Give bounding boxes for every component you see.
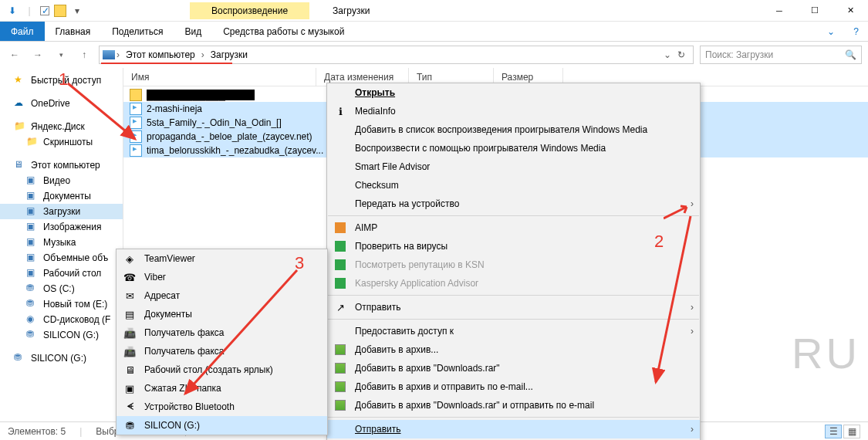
breadcrumb-downloads[interactable]: Загрузки bbox=[206, 49, 252, 60]
forward-button[interactable]: → bbox=[29, 46, 46, 63]
menu-item[interactable]: Воспроизвести с помощью проигрывателя Wi… bbox=[327, 139, 700, 157]
sidebar-item[interactable]: ⛃SILICON (G:) bbox=[0, 327, 123, 343]
blank-icon bbox=[333, 324, 347, 338]
drive-icon: ⛃ bbox=[123, 418, 137, 432]
sidebar-item[interactable]: 📁Скриншоты bbox=[0, 134, 123, 150]
menu-item[interactable]: Проверить на вирусы bbox=[327, 237, 700, 256]
sidebar-item-label: SILICON (G:) bbox=[43, 330, 99, 340]
rar-icon bbox=[333, 361, 347, 375]
tab-file[interactable]: Файл bbox=[0, 22, 45, 41]
minimize-button[interactable]: ─ bbox=[762, 0, 797, 22]
menu-item[interactable]: 📠Получатель факса bbox=[117, 342, 327, 360]
menu-item[interactable]: Добавить в архив и отправить по e-mail..… bbox=[327, 377, 700, 396]
menu-item[interactable]: 🖥Рабочий стол (создать ярлык) bbox=[117, 360, 327, 379]
up-button[interactable]: ↑ bbox=[76, 46, 93, 63]
drive-icon: ⛃ bbox=[14, 352, 26, 364]
sidebar-item[interactable]: ⛃SILICON (G:) bbox=[0, 350, 123, 366]
sidebar-item-label: OS (C:) bbox=[43, 283, 75, 294]
search-icon[interactable]: 🔍 bbox=[845, 49, 856, 60]
sidebar-item[interactable]: ⛃OS (C:) bbox=[0, 281, 123, 296]
close-button[interactable]: ✕ bbox=[833, 0, 868, 22]
sidebar-item[interactable]: ⛃Новый том (E:) bbox=[0, 296, 123, 312]
sidebar-item[interactable]: ▣Загрузки bbox=[0, 204, 123, 219]
menu-item[interactable]: Добавить в архив... bbox=[327, 340, 700, 359]
sidebar-item[interactable]: ▣Изображения bbox=[0, 219, 123, 235]
menu-item-label: Отправить bbox=[355, 424, 401, 435]
menu-item-label: Предоставить доступ к bbox=[355, 326, 454, 337]
folder-icon[interactable] bbox=[54, 5, 66, 17]
lib-icon: ▣ bbox=[26, 190, 39, 202]
sidebar-item[interactable]: ▣Документы bbox=[0, 188, 123, 204]
menu-item[interactable]: Добавить в архив "Downloads.rar" и отпра… bbox=[327, 396, 700, 415]
sidebar-item-label: Видео bbox=[43, 175, 70, 186]
submenu-arrow-icon: › bbox=[691, 302, 694, 313]
menu-item-label: Добавить в список воспроизведения проигр… bbox=[355, 124, 647, 135]
menu-item[interactable]: ℹMediaInfo bbox=[327, 102, 700, 120]
maximize-button[interactable]: ☐ bbox=[797, 0, 833, 22]
view-large-button[interactable]: ▦ bbox=[843, 425, 860, 438]
search-placeholder: Поиск: Загрузки bbox=[705, 49, 773, 60]
sidebar-item[interactable]: ★Быстрый доступ bbox=[0, 73, 123, 88]
menu-item[interactable]: ▤Документы bbox=[117, 305, 327, 323]
menu-item[interactable]: ᗛУстройство Bluetooth bbox=[117, 398, 327, 416]
menu-item[interactable]: ✉Адресат bbox=[117, 286, 327, 305]
menu-item[interactable]: 📠Получатель факса bbox=[117, 323, 327, 342]
titlebar: ⬇ | ✓ ▾ Воспроизведение Загрузки ─ ☐ ✕ bbox=[0, 0, 868, 22]
sidebar-item[interactable]: 🖥Этот компьютер bbox=[0, 157, 123, 173]
refresh-icon[interactable]: ↻ bbox=[673, 49, 690, 60]
menu-item[interactable]: ▣Сжатая ZIP-папка bbox=[117, 379, 327, 398]
drive-icon: ⛃ bbox=[26, 298, 39, 310]
sidebar-item[interactable]: ▣Видео bbox=[0, 173, 123, 188]
search-input[interactable]: Поиск: Загрузки 🔍 bbox=[700, 46, 862, 64]
tab-view[interactable]: Вид bbox=[174, 22, 212, 41]
menu-item-label: Посмотреть репутацию в KSN bbox=[355, 259, 485, 270]
sidebar-item[interactable]: 📁Яндекс.Диск bbox=[0, 119, 123, 134]
down-arrow-icon[interactable]: ⬇ bbox=[6, 5, 19, 17]
ribbon-expand-icon[interactable]: ⌄ bbox=[818, 22, 844, 41]
sidebar-item[interactable]: ◉CD-дисковод (F bbox=[0, 312, 123, 327]
qat-sep: | bbox=[23, 5, 35, 17]
menu-item[interactable]: Открыть bbox=[327, 83, 700, 102]
menu-item[interactable]: ☎Viber bbox=[117, 268, 327, 286]
sidebar-item[interactable]: ▣Объемные объ bbox=[0, 250, 123, 266]
menu-item[interactable]: ↗Отправить› bbox=[327, 298, 700, 316]
info-icon: ℹ bbox=[333, 104, 347, 118]
submenu-arrow-icon: › bbox=[691, 326, 694, 337]
help-icon[interactable]: ? bbox=[844, 22, 868, 41]
menu-item[interactable]: AIMP bbox=[327, 218, 700, 237]
address-bar[interactable]: › Этот компьютер › Загрузки ⌄ ↻ bbox=[99, 46, 694, 64]
breadcrumb-pc[interactable]: Этот компьютер bbox=[121, 49, 200, 60]
menu-item[interactable]: Передать на устройство› bbox=[327, 195, 700, 213]
col-name[interactable]: Имя bbox=[123, 68, 316, 86]
menu-item[interactable]: Добавить в архив "Downloads.rar" bbox=[327, 359, 700, 377]
tab-share[interactable]: Поделиться bbox=[101, 22, 174, 41]
context-tab-playback[interactable]: Воспроизведение bbox=[190, 2, 309, 19]
menu-item[interactable]: ◈TeamViewer bbox=[117, 249, 327, 268]
back-button[interactable]: ← bbox=[6, 46, 23, 63]
address-dropdown-icon[interactable]: ⌄ bbox=[664, 49, 671, 60]
menu-item[interactable]: Smart File Advisor bbox=[327, 157, 700, 176]
checkbox-icon[interactable]: ✓ bbox=[40, 6, 49, 15]
sidebar-item[interactable]: ▣Рабочий стол bbox=[0, 266, 123, 281]
menu-item-label: Checksum bbox=[355, 180, 399, 191]
menu-item-label: Открыть bbox=[355, 87, 395, 98]
view-details-button[interactable]: ☰ bbox=[825, 425, 842, 438]
menu-item[interactable]: Предоставить доступ к› bbox=[327, 322, 700, 340]
bt-icon: ᗛ bbox=[123, 400, 137, 414]
sidebar-item[interactable]: ☁OneDrive bbox=[0, 96, 123, 111]
qat-overflow-icon[interactable]: ▾ bbox=[71, 5, 83, 17]
menu-item: Kaspersky Application Advisor bbox=[327, 274, 700, 293]
menu-item[interactable]: Checksum bbox=[327, 176, 700, 195]
sidebar-item-label: Загрузки bbox=[43, 206, 80, 217]
menu-item[interactable]: Добавить в список воспроизведения проигр… bbox=[327, 120, 700, 139]
folder-icon: 📁 bbox=[14, 120, 26, 133]
fax-icon: 📠 bbox=[123, 344, 137, 358]
status-count: Элементов: 5 bbox=[8, 426, 66, 437]
sidebar-item[interactable]: ▣Музыка bbox=[0, 235, 123, 250]
menu-item[interactable]: ⛃SILICON (G:) bbox=[117, 416, 327, 435]
recent-dropdown-icon[interactable]: ▾ bbox=[52, 46, 69, 63]
drive-icon: ⛃ bbox=[26, 283, 39, 295]
tab-home[interactable]: Главная bbox=[45, 22, 102, 41]
menu-item[interactable]: Отправить› bbox=[327, 420, 700, 438]
tab-music-tools[interactable]: Средства работы с музыкой bbox=[212, 22, 355, 41]
